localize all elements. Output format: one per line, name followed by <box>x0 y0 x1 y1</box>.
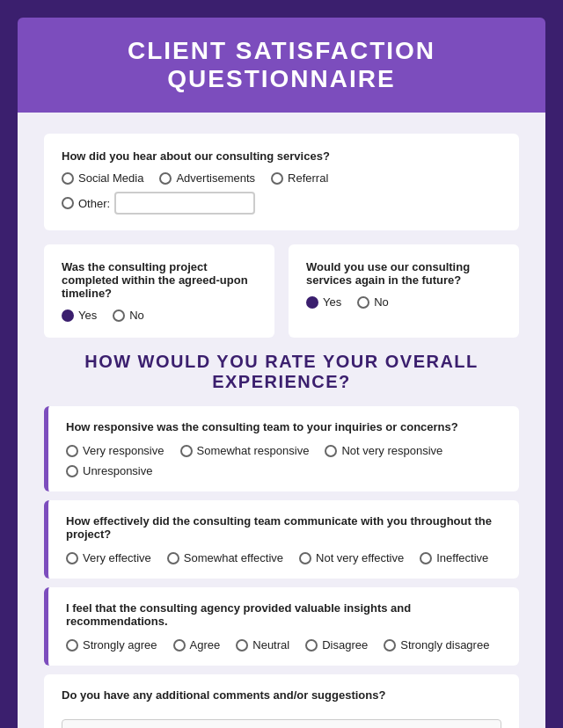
timeline-question-label: Was the consulting project completed wit… <box>62 260 257 300</box>
radio-social-media <box>62 172 74 185</box>
radio-effective-very <box>66 552 78 564</box>
insights-card: I feel that the consulting agency provid… <box>44 587 519 666</box>
page-title: CLIENT SATISFACTION QUESTIONNAIRE <box>44 37 519 93</box>
radio-disagree <box>305 639 318 652</box>
timeline-section: Was the consulting project completed wit… <box>44 244 274 338</box>
future-yes[interactable]: Yes <box>306 295 341 309</box>
radio-timeline-yes <box>62 309 74 322</box>
comments-question-label: Do you have any additional comments and/… <box>62 688 501 702</box>
responsive-options: Very responsive Somewhat responsive Not … <box>66 444 501 477</box>
radio-timeline-no <box>113 309 125 322</box>
timeline-no[interactable]: No <box>113 309 144 322</box>
hear-advertisements[interactable]: Advertisements <box>159 171 255 185</box>
radio-advertisements <box>159 172 172 185</box>
radio-effective-ineffective <box>420 552 432 564</box>
responsive-card: How responsive was the consulting team t… <box>44 406 519 491</box>
future-question-label: Would you use our consulting services ag… <box>306 260 501 287</box>
hear-referral[interactable]: Referral <box>271 171 328 185</box>
other-input[interactable] <box>114 192 255 215</box>
timeline-yes[interactable]: Yes <box>62 309 97 322</box>
effective-somewhat[interactable]: Somewhat effective <box>167 551 283 564</box>
main-card: How did you hear about our consulting se… <box>18 113 545 728</box>
effective-ineffective[interactable]: Ineffective <box>420 551 488 564</box>
two-col-section: Was the consulting project completed wit… <box>44 244 519 338</box>
radio-effective-not-very <box>299 552 311 564</box>
radio-referral <box>271 172 283 185</box>
rating-title: HOW WOULD YOU RATE YOUR OVERALL EXPERIEN… <box>44 352 519 392</box>
future-options: Yes No <box>306 295 501 309</box>
radio-agree <box>173 639 186 652</box>
responsive-unresponsive[interactable]: Unresponsive <box>66 464 153 477</box>
responsive-very[interactable]: Very responsive <box>66 444 165 457</box>
hear-social-media[interactable]: Social Media <box>62 171 143 185</box>
radio-responsive-unresponsive <box>66 465 78 477</box>
insights-options: Strongly agree Agree Neutral Disagree St… <box>66 638 501 652</box>
insights-question-label: I feel that the consulting agency provid… <box>66 601 501 628</box>
radio-responsive-not-very <box>325 445 337 457</box>
comments-card: Do you have any additional comments and/… <box>44 674 519 728</box>
radio-responsive-very <box>66 445 78 457</box>
radio-neutral <box>236 639 248 652</box>
responsive-somewhat[interactable]: Somewhat responsive <box>180 444 310 457</box>
responsive-question-label: How responsive was the consulting team t… <box>66 420 501 433</box>
radio-effective-somewhat <box>167 552 179 564</box>
radio-strongly-agree <box>66 639 78 652</box>
effective-options: Very effective Somewhat effective Not ve… <box>66 551 501 564</box>
effective-not-very[interactable]: Not very effective <box>299 551 404 564</box>
future-section: Would you use our consulting services ag… <box>289 244 519 338</box>
radio-other <box>62 197 74 209</box>
hear-options: Social Media Advertisements Referral Oth… <box>62 171 501 215</box>
timeline-options: Yes No <box>62 309 257 322</box>
comments-textarea[interactable] <box>62 719 501 728</box>
responsive-not-very[interactable]: Not very responsive <box>325 444 442 457</box>
radio-responsive-somewhat <box>180 445 193 457</box>
effective-very[interactable]: Very effective <box>66 551 151 564</box>
insights-strongly-disagree[interactable]: Strongly disagree <box>384 638 489 652</box>
effective-question-label: How effectively did the consulting team … <box>66 514 501 541</box>
insights-strongly-agree[interactable]: Strongly agree <box>66 638 157 652</box>
page-header: CLIENT SATISFACTION QUESTIONNAIRE <box>18 18 545 113</box>
radio-future-yes <box>306 296 318 309</box>
hear-section: How did you hear about our consulting se… <box>44 134 519 230</box>
hear-question-label: How did you hear about our consulting se… <box>62 149 501 163</box>
insights-disagree[interactable]: Disagree <box>305 638 368 652</box>
insights-neutral[interactable]: Neutral <box>236 638 289 652</box>
radio-strongly-disagree <box>384 639 396 652</box>
effective-card: How effectively did the consulting team … <box>44 500 519 579</box>
future-no[interactable]: No <box>357 295 389 309</box>
insights-agree[interactable]: Agree <box>173 638 221 652</box>
hear-other[interactable]: Other: <box>62 192 255 215</box>
radio-future-no <box>357 296 369 309</box>
rating-title-section: HOW WOULD YOU RATE YOUR OVERALL EXPERIEN… <box>44 352 519 392</box>
